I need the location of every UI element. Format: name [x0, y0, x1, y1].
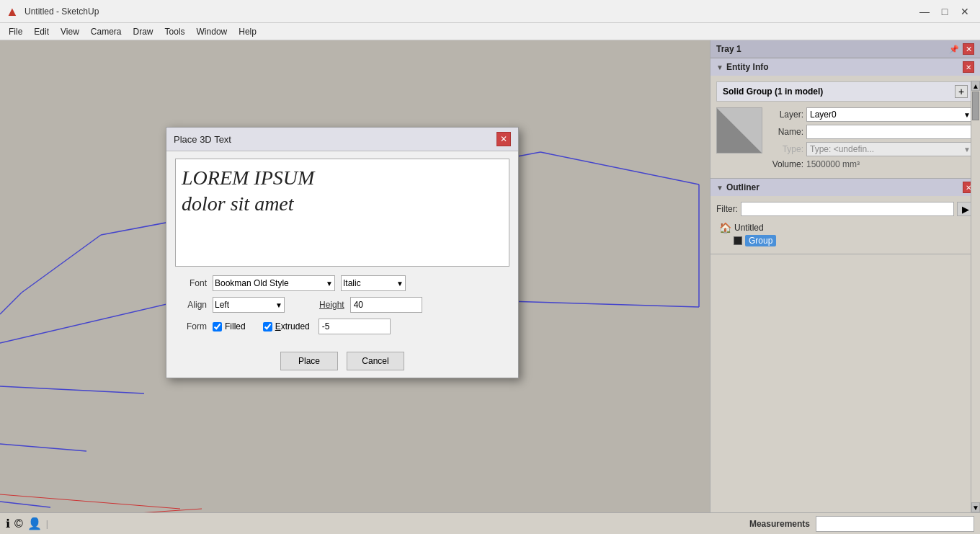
entity-info-content: Solid Group (1 in model) + — [710, 76, 980, 178]
svg-line-9 — [22, 235, 101, 293]
window-controls: — □ ✕ — [915, 2, 974, 21]
menu-edit[interactable]: Edit — [28, 25, 55, 38]
type-label: Type: — [771, 144, 803, 154]
tree-root-label: Untitled — [734, 223, 764, 233]
outliner-triangle[interactable]: ▼ — [716, 184, 723, 192]
volume-label: Volume: — [771, 159, 803, 169]
menu-view[interactable]: View — [55, 25, 85, 38]
dialog-close-button[interactable]: ✕ — [496, 132, 511, 146]
dialog-titlebar[interactable]: Place 3D Text ✕ — [166, 128, 518, 151]
svg-line-6 — [43, 509, 202, 512]
entity-fields: Layer: Layer0 ▼ Name: — [771, 107, 974, 172]
scrollbar-thumb[interactable] — [972, 92, 979, 120]
menu-help[interactable]: Help — [233, 25, 262, 38]
filter-input[interactable] — [741, 202, 954, 216]
maximize-button[interactable]: □ — [935, 2, 954, 21]
tray-controls: 📌 ✕ — [948, 43, 974, 55]
right-panel-scrollbar: ▲ ▼ — [971, 81, 980, 512]
filter-row: Filter: ▶ — [716, 202, 974, 216]
extruded-checkbox[interactable] — [263, 322, 272, 331]
align-select-value: Left — [215, 300, 229, 310]
tray-title: Tray 1 — [716, 44, 741, 54]
outliner-title: ▼ Outliner — [716, 182, 760, 192]
style-select[interactable]: Italic ▼ — [341, 275, 406, 291]
scroll-up-arrow[interactable]: ▲ — [971, 81, 980, 91]
extruded-label: Extruded — [275, 321, 310, 331]
entity-preview — [716, 107, 762, 153]
name-label: Name: — [771, 127, 803, 137]
layer-value: Layer0 — [810, 110, 837, 120]
menu-draw[interactable]: Draw — [128, 25, 159, 38]
app-icon: ▲ — [6, 4, 20, 19]
align-select-arrow: ▼ — [275, 301, 282, 309]
name-input[interactable] — [806, 125, 974, 139]
text-preview-area[interactable]: LOREM IPSUM dolor sit amet — [175, 159, 509, 267]
solid-group-add-button[interactable]: + — [955, 85, 968, 98]
layer-label: Layer: — [771, 110, 803, 120]
form-row: Form Filled Extruded — [175, 319, 509, 334]
layer-dropdown[interactable]: Layer0 ▼ — [806, 107, 974, 122]
font-label: Font — [175, 278, 207, 288]
svg-line-5 — [0, 494, 180, 509]
solid-group-bar: Solid Group (1 in model) + — [716, 81, 974, 102]
layer-dropdown-arrow: ▼ — [963, 111, 971, 119]
menu-file[interactable]: File — [3, 25, 28, 38]
form-label-text: Form — [175, 321, 207, 331]
3d-viewport[interactable]: Place 3D Text ✕ LOREM IPSUM dolor sit am… — [0, 40, 710, 512]
status-bar: ℹ © 👤 | Measurements — [0, 512, 980, 534]
info-icon: ℹ — [6, 517, 10, 530]
entity-info-section: ▼ Entity Info ✕ Solid Group (1 in model)… — [710, 58, 980, 179]
align-row: Align Left ▼ Height — [175, 297, 509, 313]
scroll-track — [971, 91, 980, 502]
extruded-group: Extruded — [263, 321, 310, 331]
tray-close-button[interactable]: ✕ — [963, 43, 974, 55]
style-select-arrow: ▼ — [396, 280, 404, 288]
volume-value: 1500000 mm³ — [806, 159, 860, 169]
cancel-button[interactable]: Cancel — [347, 352, 404, 370]
height-label: Height — [319, 300, 344, 310]
status-separator: | — [46, 519, 48, 529]
entity-info-triangle[interactable]: ▼ — [716, 63, 723, 71]
minimize-button[interactable]: — — [915, 2, 934, 21]
place-3d-text-dialog: Place 3D Text ✕ LOREM IPSUM dolor sit am… — [166, 127, 519, 378]
place-button[interactable]: Place — [280, 352, 338, 370]
filled-group: Filled — [213, 321, 246, 331]
outliner-label: Outliner — [726, 182, 760, 192]
tray-pin-button[interactable]: 📌 — [948, 43, 960, 55]
close-button[interactable]: ✕ — [956, 2, 974, 21]
tray-header: Tray 1 📌 ✕ — [710, 40, 980, 58]
font-select-arrow: ▼ — [326, 280, 333, 288]
font-select[interactable]: Bookman Old Style ▼ — [213, 275, 335, 291]
scroll-down-arrow[interactable]: ▼ — [971, 502, 980, 512]
entity-info-label: Entity Info — [726, 62, 769, 72]
entity-info-header: ▼ Entity Info ✕ — [710, 58, 980, 76]
layer-row: Layer: Layer0 ▼ — [771, 107, 974, 122]
group-color-swatch — [734, 236, 742, 245]
align-select[interactable]: Left ▼ — [213, 297, 285, 313]
menu-tools[interactable]: Tools — [159, 25, 191, 38]
outliner-content: Filter: ▶ 🏠 Untitled Group — [710, 196, 980, 254]
dialog-buttons: Place Cancel — [175, 346, 509, 370]
height-input[interactable] — [350, 297, 422, 313]
window-title: Untitled - SketchUp — [24, 6, 915, 17]
entity-info-close-button[interactable]: ✕ — [963, 61, 974, 73]
dialog-body: LOREM IPSUM dolor sit amet Font Bookman … — [166, 151, 518, 378]
type-value: Type: <undefin... — [810, 144, 874, 154]
entity-details: Layer: Layer0 ▼ Name: — [716, 107, 974, 172]
font-select-value: Bookman Old Style — [215, 278, 289, 288]
type-dropdown[interactable]: Type: <undefin... ▼ — [806, 142, 974, 156]
tree-child-item[interactable]: Group — [734, 235, 974, 246]
menu-camera[interactable]: Camera — [85, 25, 128, 38]
tree-root-item: 🏠 Untitled — [719, 222, 974, 233]
align-label: Align — [175, 300, 207, 310]
svg-line-8 — [540, 152, 699, 184]
menu-window[interactable]: Window — [191, 25, 233, 38]
svg-line-2 — [0, 386, 144, 393]
filled-checkbox[interactable] — [213, 322, 222, 331]
preview-text: LOREM IPSUM dolor sit amet — [182, 165, 314, 218]
outliner-section: ▼ Outliner ✕ Filter: ▶ 🏠 Untitled — [710, 179, 980, 254]
dialog-title: Place 3D Text — [174, 134, 231, 145]
measurements-input[interactable] — [816, 516, 974, 532]
preview-line2: dolor sit amet — [182, 191, 314, 217]
extrude-value-input[interactable] — [318, 319, 391, 334]
